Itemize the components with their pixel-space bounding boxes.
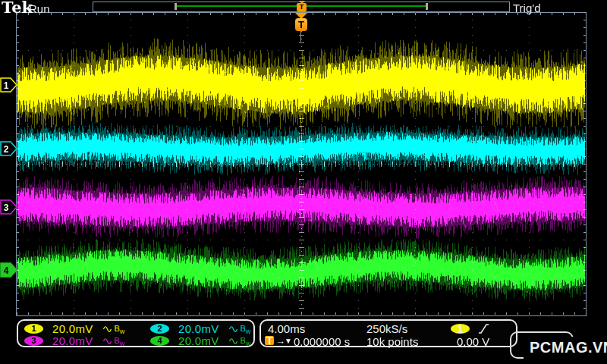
bandwidth-limit-icon: BW: [115, 336, 125, 347]
arrow-down-icon: ▼: [285, 337, 292, 345]
sample-rate: 250kS/s: [366, 322, 407, 335]
trigger-source-badge: 1: [451, 324, 470, 334]
channel-3-scale: 20.0mV: [52, 334, 93, 347]
trigger-position-marker-icon: T: [295, 18, 307, 31]
record-length: 10k points: [366, 335, 418, 348]
channel-1-marker: 1: [0, 77, 18, 93]
ac-coupling-icon: [102, 325, 112, 333]
channel-2-scale: 20.0mV: [178, 322, 219, 335]
svg-text:3: 3: [4, 202, 9, 213]
channel-1-readout: 1 20.0mV BW: [20, 323, 124, 334]
bandwidth-limit-icon: BW: [241, 324, 251, 334]
tek-logo: Tek: [2, 0, 33, 17]
bandwidth-limit-icon: BW: [241, 336, 251, 347]
trigger-level: 0.00 V: [457, 335, 489, 348]
record-view-bar: T: [93, 2, 510, 12]
ac-coupling-icon: [102, 337, 112, 345]
channel-1-scale: 20.0mV: [52, 322, 93, 335]
channel-3-badge: 3: [24, 336, 43, 346]
svg-text:1: 1: [4, 80, 9, 91]
record-view-left-bracket: [175, 3, 177, 10]
ac-coupling-icon: [228, 325, 238, 333]
waveform-display: [0, 0, 607, 364]
channel-2-badge: 2: [150, 324, 169, 334]
rising-edge-icon: [478, 323, 489, 334]
channel-2-readout: 2 20.0mV BW: [146, 323, 250, 334]
channel-4-readout: 4 20.0mV BW: [146, 335, 250, 347]
record-view-trigger-marker-icon: T: [297, 3, 307, 11]
svg-text:2: 2: [4, 144, 9, 155]
channel-3-readout: 3 20.0mV BW: [20, 335, 124, 347]
bandwidth-limit-icon: BW: [115, 324, 125, 334]
channel-3-marker: 3: [0, 199, 18, 215]
acquisition-status: Run: [29, 2, 50, 15]
channel-4-marker: 4: [0, 262, 18, 278]
horizontal-trigger-readout-box: 4.00ms 250kS/s 1 T → ▼ 0.000000 s 10k po…: [259, 319, 517, 347]
watermark: PCMAG.VN: [524, 337, 607, 359]
horizontal-scale: 4.00ms: [268, 322, 305, 335]
channel-2-marker: 2: [0, 141, 18, 156]
channel-4-badge: 4: [150, 336, 169, 346]
channel-readout-box: 1 20.0mV BW 2 20.0mV BW 3 20.0mV BW 4 20…: [17, 319, 255, 347]
channel-1-badge: 1: [24, 324, 43, 334]
trigger-delay-t-icon: T: [265, 336, 274, 345]
record-view-right-bracket: [426, 3, 428, 10]
trigger-delay-time: 0.000000 s: [294, 335, 350, 348]
trigger-status: Trig'd: [513, 2, 540, 14]
channel-4-scale: 20.0mV: [178, 334, 219, 347]
trigger-position-stem: [300, 31, 301, 42]
svg-text:4: 4: [4, 265, 9, 276]
ac-coupling-icon: [228, 337, 238, 345]
